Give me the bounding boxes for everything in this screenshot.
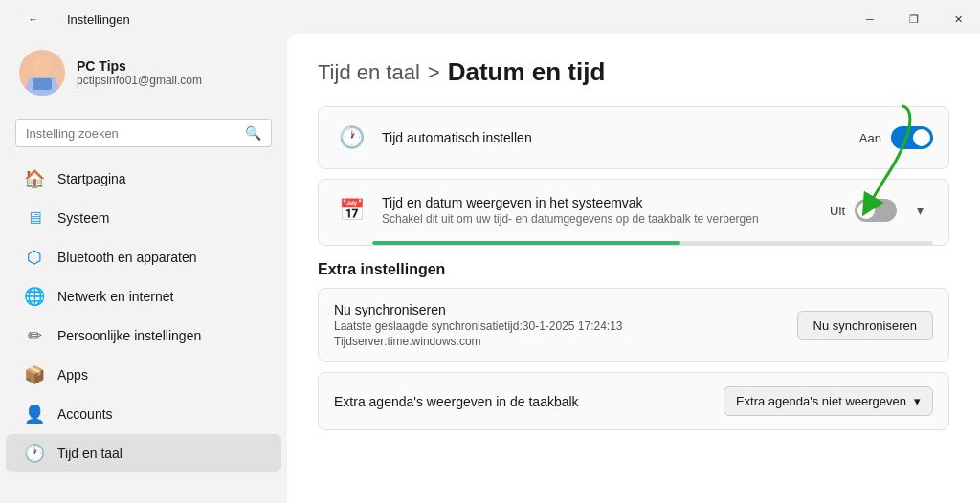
breadcrumb: Tijd en taal > Datum en tijd <box>318 57 949 87</box>
back-button[interactable]: ← <box>11 2 56 36</box>
apps-icon: 📦 <box>25 365 44 384</box>
sidebar-item-bluetooth[interactable]: ⬡ Bluetooth en apparaten <box>6 238 281 276</box>
user-profile: PC Tips pctipsinfo01@gmail.com <box>0 34 287 111</box>
close-button[interactable]: ✕ <box>936 2 980 36</box>
calendar-icon: 📅 <box>334 193 368 228</box>
app-title: Instellingen <box>67 12 130 27</box>
show-time-toggle-label: Uit <box>830 204 845 218</box>
sidebar-item-personalize[interactable]: ✏ Persoonlijke instellingen <box>6 317 281 355</box>
progress-bar-container <box>372 241 933 245</box>
sidebar-item-network[interactable]: 🌐 Netwerk en internet <box>6 277 281 316</box>
agenda-dropdown-label: Extra agenda's niet weergeven <box>736 394 906 408</box>
window-controls: ─ ❐ ✕ <box>848 2 980 36</box>
breadcrumb-current: Datum en tijd <box>448 57 606 87</box>
titlebar: ← Instellingen ─ ❐ ✕ <box>0 0 980 34</box>
sync-button[interactable]: Nu synchroniseren <box>797 311 933 340</box>
system-icon: 🖥 <box>25 208 44 228</box>
svg-rect-3 <box>33 78 52 90</box>
progress-bar-fill <box>372 241 680 245</box>
sync-info: Nu synchroniseren Laatste geslaagde sync… <box>334 302 623 348</box>
restore-button[interactable]: ❐ <box>892 2 936 36</box>
search-input[interactable] <box>26 126 237 141</box>
sidebar-item-label: Bluetooth en apparaten <box>57 250 197 265</box>
sidebar-item-label: Apps <box>57 367 88 383</box>
bluetooth-icon: ⬡ <box>25 248 44 267</box>
agenda-dropdown[interactable]: Extra agenda's niet weergeven ▾ <box>724 386 933 416</box>
auto-time-title: Tijd automatisch instellen <box>382 130 859 145</box>
user-email: pctipsinfo01@gmail.com <box>77 74 202 87</box>
agenda-title: Extra agenda's weergeven in de taakbalk <box>334 394 579 409</box>
extra-section-title: Extra instellingen <box>318 261 949 278</box>
sync-server: Tijdserver:time.windows.com <box>334 335 623 348</box>
sidebar-item-label: Startpagina <box>57 171 126 186</box>
search-icon: 🔍 <box>245 125 261 141</box>
sidebar-item-time[interactable]: 🕐 Tijd en taal <box>6 434 281 472</box>
sidebar-item-label: Netwerk en internet <box>57 289 173 304</box>
sidebar-item-apps[interactable]: 📦 Apps <box>6 356 281 394</box>
sidebar-item-label: Persoonlijke instellingen <box>57 328 201 343</box>
network-icon: 🌐 <box>25 287 44 306</box>
sidebar-nav: 🏠 Startpagina 🖥 Systeem ⬡ Bluetooth en a… <box>0 159 287 473</box>
auto-time-setting: 🕐 Tijd automatisch instellen Aan <box>318 106 949 169</box>
show-time-control: Uit ▾ <box>830 197 933 224</box>
user-info: PC Tips pctipsinfo01@gmail.com <box>77 58 202 87</box>
search-container: 🔍 <box>0 111 287 159</box>
auto-time-toggle-label: Aan <box>859 131 881 145</box>
user-name: PC Tips <box>77 58 202 74</box>
personalize-icon: ✏ <box>25 326 44 345</box>
sidebar-item-system[interactable]: 🖥 Systeem <box>6 199 281 237</box>
show-time-subtitle: Schakel dit uit om uw tijd- en datumgege… <box>382 212 830 226</box>
breadcrumb-separator: > <box>428 60 440 85</box>
app-container: PC Tips pctipsinfo01@gmail.com 🔍 🏠 Start… <box>0 34 980 503</box>
auto-time-content: Tijd automatisch instellen <box>382 130 859 145</box>
sidebar-item-label: Tijd en taal <box>57 446 122 461</box>
chevron-down-icon: ▾ <box>914 394 921 408</box>
show-time-expand-button[interactable]: ▾ <box>906 197 933 224</box>
show-time-content: Tijd en datum weergeven in het systeemva… <box>382 195 830 226</box>
clock-icon: 🕐 <box>334 120 368 155</box>
search-box[interactable]: 🔍 <box>15 119 272 147</box>
toggle-knob <box>913 129 930 146</box>
show-time-setting: 📅 Tijd en datum weergeven in het systeem… <box>318 179 949 246</box>
breadcrumb-parent: Tijd en taal <box>318 60 420 85</box>
time-icon: 🕐 <box>25 444 44 463</box>
minimize-button[interactable]: ─ <box>848 2 892 36</box>
home-icon: 🏠 <box>25 169 44 188</box>
avatar <box>19 50 65 96</box>
sidebar-item-home[interactable]: 🏠 Startpagina <box>6 160 281 198</box>
auto-time-toggle[interactable] <box>891 126 933 149</box>
sidebar-item-label: Accounts <box>57 406 113 422</box>
sidebar-item-label: Systeem <box>57 210 109 226</box>
sidebar: PC Tips pctipsinfo01@gmail.com 🔍 🏠 Start… <box>0 34 287 503</box>
show-time-title: Tijd en datum weergeven in het systeemva… <box>382 195 830 210</box>
show-time-toggle[interactable] <box>855 199 897 222</box>
toggle-knob-2 <box>858 202 875 219</box>
svg-point-1 <box>33 56 52 76</box>
content-area: Tijd en taal > Datum en tijd 🕐 Tijd auto… <box>287 34 980 503</box>
sync-last: Laatste geslaagde synchronisatietijd:30-… <box>334 319 623 333</box>
sync-box: Nu synchroniseren Laatste geslaagde sync… <box>318 288 949 362</box>
accounts-icon: 👤 <box>25 405 44 424</box>
auto-time-control: Aan <box>859 126 933 149</box>
agenda-box: Extra agenda's weergeven in de taakbalk … <box>318 372 949 430</box>
sync-title: Nu synchroniseren <box>334 302 623 317</box>
sidebar-item-accounts[interactable]: 👤 Accounts <box>6 395 281 433</box>
